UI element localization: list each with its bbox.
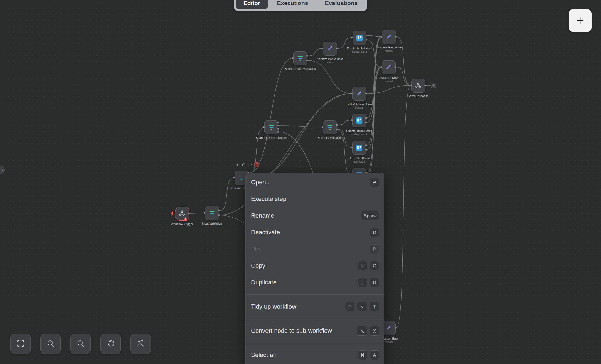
input-port[interactable] xyxy=(351,119,353,121)
menu-item-execute-step[interactable]: Execute step xyxy=(246,191,384,207)
zoom-in-button[interactable] xyxy=(40,334,61,354)
tidy-up-icon xyxy=(137,339,145,348)
reset-zoom-button[interactable] xyxy=(100,334,121,354)
menu-item-rename[interactable]: RenameSpace xyxy=(246,207,384,224)
node-success-response[interactable]: Success Responsemanual xyxy=(370,30,408,52)
input-port[interactable] xyxy=(322,126,323,128)
output-port[interactable] xyxy=(336,48,338,49)
input-port[interactable] xyxy=(351,93,353,94)
node-box[interactable] xyxy=(382,30,396,44)
output-port[interactable] xyxy=(365,122,367,123)
node-board-operation-router[interactable]: Board Operation Router xyxy=(252,120,291,139)
menu-item-open[interactable]: Open...↵ xyxy=(246,174,384,191)
output-port[interactable] xyxy=(188,213,190,214)
input-port[interactable] xyxy=(351,147,353,148)
output-port[interactable] xyxy=(277,128,279,130)
menu-item-copy[interactable]: Copy⌘C xyxy=(246,257,384,274)
node-box[interactable] xyxy=(382,60,396,74)
menu-item-label: Rename xyxy=(251,212,359,219)
menu-item-select-all[interactable]: Select all⌘A xyxy=(246,347,384,363)
input-port[interactable] xyxy=(292,57,294,59)
output-port[interactable] xyxy=(395,66,396,68)
options-icon[interactable] xyxy=(248,163,252,167)
filter-icon xyxy=(269,125,274,130)
trello-icon xyxy=(356,117,362,124)
input-port[interactable] xyxy=(233,177,235,178)
output-port[interactable] xyxy=(336,124,338,126)
output-port[interactable] xyxy=(366,39,367,41)
output-port[interactable] xyxy=(336,129,338,130)
filter-icon xyxy=(210,211,215,215)
node-label: Input Validation xyxy=(193,222,231,225)
output-port[interactable] xyxy=(395,36,397,38)
shortcut-key: C xyxy=(370,261,379,270)
zoom-to-fit-button[interactable] xyxy=(10,334,31,354)
output-port[interactable] xyxy=(365,117,367,119)
output-port[interactable] xyxy=(277,131,279,133)
canvas-controls xyxy=(10,334,151,354)
shortcut-key: ↵ xyxy=(370,178,379,187)
zoom-to-fit-icon xyxy=(16,339,25,348)
lightning-icon[interactable] xyxy=(171,211,174,217)
node-label: Board ID Validation xyxy=(311,136,349,139)
input-port[interactable] xyxy=(351,37,353,38)
input-port[interactable] xyxy=(410,85,412,86)
menu-item-label: Deactivate xyxy=(251,229,367,236)
output-port[interactable] xyxy=(218,210,220,211)
output-port[interactable] xyxy=(424,85,426,86)
node-sublabel: get: board xyxy=(340,160,379,163)
execute-node-icon[interactable] xyxy=(235,163,240,167)
input-port[interactable] xyxy=(322,48,323,49)
node-box[interactable] xyxy=(323,42,337,56)
node-sublabel: manual xyxy=(340,106,379,109)
output-port[interactable] xyxy=(365,149,367,151)
pencil-icon xyxy=(386,324,392,332)
node-box[interactable] xyxy=(411,79,425,93)
output-port[interactable] xyxy=(365,93,367,94)
menu-item-convert-node-to-sub-workflow[interactable]: Convert node to sub-workflow⌥X xyxy=(246,323,384,339)
output-port[interactable] xyxy=(306,55,308,57)
node-field-validation-error[interactable]: Field Validation Errormanual xyxy=(340,87,379,109)
tab-evaluations[interactable]: Evaluations xyxy=(317,0,365,9)
output-port[interactable] xyxy=(366,35,367,36)
input-port[interactable] xyxy=(263,126,265,128)
zoom-out-button[interactable] xyxy=(70,334,91,354)
node-box[interactable] xyxy=(264,120,278,134)
node-box[interactable] xyxy=(352,114,366,127)
input-port[interactable] xyxy=(204,212,205,214)
node-box[interactable] xyxy=(352,141,366,155)
input-port[interactable] xyxy=(380,66,382,68)
menu-item-label: Open... xyxy=(251,179,367,186)
tab-executions[interactable]: Executions xyxy=(269,0,316,9)
tidy-up-button[interactable] xyxy=(130,334,151,354)
node-update-trello-board[interactable]: Update Trello Boardupdate: board xyxy=(340,114,379,136)
shortcut-key: ⇧ xyxy=(345,302,354,311)
node-box[interactable] xyxy=(293,51,307,65)
node-box[interactable] xyxy=(205,206,219,220)
menu-item-duplicate[interactable]: Duplicate⌘D xyxy=(246,274,384,291)
menu-item-label: Select all xyxy=(251,351,355,359)
shortcut-key: ⌘ xyxy=(358,350,368,360)
node-box[interactable] xyxy=(352,87,366,101)
node-input-validation[interactable]: Input Validation xyxy=(193,206,231,225)
output-port[interactable] xyxy=(277,122,279,123)
node-box[interactable] xyxy=(175,207,189,221)
output-port[interactable] xyxy=(306,60,308,61)
output-port[interactable] xyxy=(277,125,279,126)
menu-item-deactivate[interactable]: DeactivateD xyxy=(246,224,384,241)
tab-editor[interactable]: Editor xyxy=(236,0,268,9)
input-port[interactable] xyxy=(381,36,382,38)
add-node-button[interactable] xyxy=(569,9,592,32)
menu-item-tidy-up-workflow[interactable]: Tidy up workflow⇧⌥T xyxy=(246,298,384,315)
node-box[interactable] xyxy=(323,120,337,134)
pencil-icon xyxy=(356,90,362,97)
node-send-response[interactable]: Send Response xyxy=(399,79,438,98)
output-port[interactable] xyxy=(365,144,367,146)
power-icon[interactable] xyxy=(242,163,246,167)
output-port[interactable] xyxy=(395,327,396,329)
delete-node-icon[interactable] xyxy=(254,162,259,167)
shortcut-key: T xyxy=(370,302,379,311)
node-get-trello-board[interactable]: Get Trello Boardget: board xyxy=(340,141,379,163)
output-port[interactable] xyxy=(218,214,220,216)
node-box[interactable] xyxy=(353,31,366,45)
